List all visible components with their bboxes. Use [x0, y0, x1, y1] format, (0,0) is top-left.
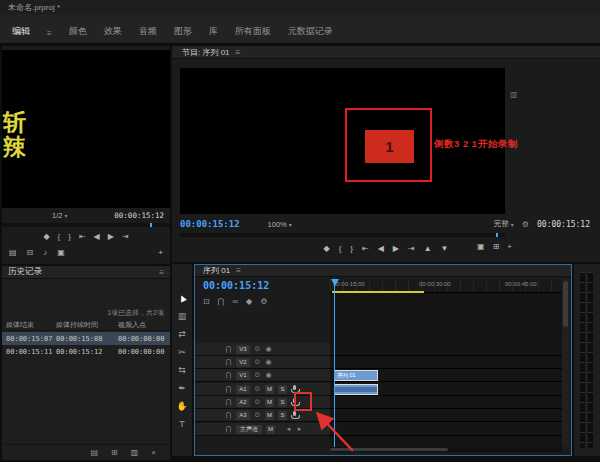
new-bin-icon[interactable]: ⊞ — [111, 448, 118, 457]
panel-menu-icon[interactable]: ≡ — [159, 268, 164, 277]
solo-button[interactable]: S — [278, 398, 287, 407]
track-target-button[interactable]: V3 — [236, 345, 250, 354]
sequence-tab[interactable]: 序列 01 — [203, 265, 230, 276]
scrollbar-thumb[interactable] — [563, 281, 568, 327]
snap-icon[interactable]: ⋂ — [218, 297, 225, 306]
nest-icon[interactable]: ⊡ — [203, 297, 210, 306]
history-tab[interactable]: 历史记录 — [8, 266, 42, 278]
workspace-tab-metadata[interactable]: 元数据记录 — [288, 25, 333, 38]
go-to-in-icon[interactable]: ⇤ — [362, 244, 369, 253]
play-icon[interactable]: ▶ — [108, 232, 114, 241]
sync-lock-icon[interactable]: ⊙ — [254, 345, 261, 353]
comparison-view-icon[interactable]: ⊞ — [493, 242, 500, 251]
workspace-tab-color[interactable]: 颜色 — [69, 25, 87, 38]
track-target-button[interactable]: A2 — [236, 398, 250, 407]
mark-out-icon[interactable]: } — [350, 244, 353, 253]
track-lock-icon[interactable]: ⋂ — [225, 398, 232, 406]
mark-in-icon[interactable]: { — [58, 232, 61, 241]
program-playhead[interactable] — [496, 233, 498, 237]
column-header[interactable]: 视频入点 — [118, 320, 170, 330]
export-frame-icon[interactable]: ▣ — [57, 248, 65, 257]
workspace-tab-graphics[interactable]: 图形 — [174, 25, 192, 38]
panel-menu-icon[interactable]: ≡ — [236, 48, 241, 57]
button-editor-icon[interactable]: + — [158, 248, 163, 257]
track-output-eye-icon[interactable]: ◉ — [265, 358, 272, 366]
add-marker-icon[interactable]: ◆ — [323, 244, 329, 253]
workspace-tab-edit[interactable]: 编辑 — [12, 25, 30, 38]
mute-button[interactable]: M — [266, 425, 275, 434]
source-scrub-bar[interactable] — [2, 223, 170, 227]
mute-button[interactable]: M — [265, 411, 274, 420]
track-lane-a2[interactable] — [330, 396, 562, 409]
add-marker-icon[interactable]: ◆ — [246, 297, 252, 306]
insert-icon[interactable]: ▤ — [9, 248, 17, 257]
sync-lock-icon[interactable]: ⊙ — [254, 371, 261, 379]
selection-tool[interactable]: ▶ — [179, 292, 185, 305]
track-target-button[interactable]: A1 — [236, 385, 250, 394]
program-scrub-bar[interactable] — [180, 233, 505, 237]
go-to-in-icon[interactable]: ⇤ — [79, 232, 86, 241]
workspace-tab-all-panels[interactable]: 所有面板 — [235, 25, 271, 38]
razor-tool[interactable]: ✂ — [178, 346, 186, 359]
track-target-button[interactable]: A3 — [236, 411, 250, 420]
mark-in-icon[interactable]: { — [339, 244, 342, 253]
timeline-vertical-scrollbar[interactable] — [562, 279, 569, 447]
timeline-settings-icon[interactable]: ⚙ — [260, 297, 267, 306]
master-track-label[interactable]: 主声道 — [236, 425, 262, 434]
zoom-level-select[interactable]: 100% — [268, 220, 287, 229]
track-lane-master[interactable] — [330, 423, 562, 436]
go-to-out-icon[interactable]: ⇥ — [408, 244, 415, 253]
new-item-icon[interactable]: ▥ — [131, 448, 139, 457]
program-video-viewport[interactable]: 1 倒数3 2 1开始录制 — [180, 68, 505, 214]
extract-icon[interactable]: ▼ — [441, 244, 449, 253]
track-target-button[interactable]: V2 — [236, 358, 250, 367]
track-lock-icon[interactable]: ⋂ — [225, 358, 232, 366]
playhead-head[interactable] — [331, 279, 339, 286]
add-marker-icon[interactable]: ◆ — [43, 232, 49, 241]
pen-tool[interactable]: ✒ — [178, 382, 186, 395]
voiceover-record-icon[interactable] — [291, 411, 298, 420]
slip-tool[interactable]: ⇆ — [178, 364, 186, 377]
workspace-tab-effects[interactable]: 效果 — [104, 25, 122, 38]
sync-lock-icon[interactable]: ⊙ — [254, 398, 261, 406]
delete-icon[interactable]: × — [151, 448, 156, 457]
scroll-right-icon[interactable]: ▸ — [296, 425, 303, 433]
track-lane-v3[interactable] — [330, 343, 562, 356]
track-lock-icon[interactable]: ⋂ — [225, 385, 232, 393]
hand-tool[interactable]: ✋ — [176, 400, 187, 413]
list-row[interactable]: 00:00:15:07 00:00:15:08 00:00:00:00 — [2, 332, 170, 345]
type-tool[interactable]: T — [179, 418, 185, 431]
playback-resolution-select[interactable]: 完整 — [494, 219, 509, 229]
track-lock-icon[interactable]: ⋂ — [225, 411, 232, 419]
track-select-tool[interactable]: ▥ — [178, 310, 187, 323]
step-back-icon[interactable]: ◀ — [94, 232, 100, 241]
solo-button[interactable]: S — [278, 411, 287, 420]
timeline-timecode[interactable]: 00:00:15:12 — [203, 280, 269, 291]
linked-selection-icon[interactable]: ∞ — [232, 297, 238, 306]
lift-icon[interactable]: ▲ — [424, 244, 432, 253]
track-lock-icon[interactable]: ⋂ — [225, 425, 232, 433]
source-playhead[interactable] — [150, 223, 152, 227]
list-view-icon[interactable]: ▤ — [91, 448, 99, 457]
track-output-eye-icon[interactable]: ◉ — [265, 345, 272, 353]
mark-out-icon[interactable]: } — [68, 232, 71, 241]
sync-lock-icon[interactable]: ⊙ — [254, 385, 261, 393]
mute-button[interactable]: M — [265, 385, 274, 394]
workspace-tab-libraries[interactable]: 库 — [209, 25, 218, 38]
play-icon[interactable]: ▶ — [393, 244, 399, 253]
sync-lock-icon[interactable]: ⊙ — [254, 411, 261, 419]
program-tab[interactable]: 节目: 序列 01 — [182, 47, 230, 58]
panel-menu-icon[interactable]: ≡ — [236, 266, 241, 275]
panel-grid-icon[interactable]: ▥ — [510, 90, 518, 99]
button-editor-icon[interactable]: + — [507, 242, 512, 251]
drag-audio-icon[interactable]: ♪ — [43, 248, 47, 257]
list-row[interactable]: 00:00:15:11 00:00:15:12 00:00:00:00 — [2, 345, 170, 358]
track-target-button[interactable]: V1 — [236, 371, 250, 380]
ripple-edit-tool[interactable]: ⇄ — [178, 328, 186, 341]
sync-lock-icon[interactable]: ⊙ — [254, 358, 261, 366]
track-lane-v2[interactable] — [330, 356, 562, 369]
scroll-left-icon[interactable]: ◂ — [285, 425, 292, 433]
track-lock-icon[interactable]: ⋂ — [225, 345, 232, 353]
column-header[interactable]: 媒体持续时间 — [56, 320, 118, 330]
export-frame-icon[interactable]: ▣ — [477, 242, 485, 251]
